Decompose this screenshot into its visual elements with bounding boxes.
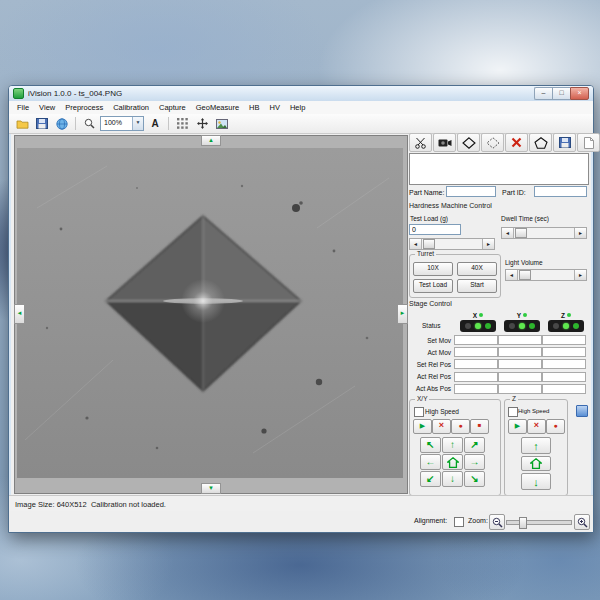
polygon-button[interactable] (529, 133, 552, 152)
close-button[interactable]: × (570, 87, 589, 100)
zoom-in-button[interactable] (574, 514, 590, 530)
z-down-button[interactable]: ↓ (521, 473, 551, 490)
scroll-right-button[interactable]: ► (574, 228, 586, 238)
microscope-image[interactable] (17, 148, 403, 478)
zoom-level-combobox[interactable]: 100% ▼ (100, 116, 144, 131)
z-home-button[interactable] (521, 456, 551, 471)
scroll-left-button[interactable]: ◄ (502, 228, 514, 238)
scroll-right-button[interactable]: ► (574, 270, 586, 280)
save-button[interactable] (33, 116, 51, 132)
scroll-track[interactable] (422, 239, 482, 249)
maximize-button[interactable]: □ (552, 87, 570, 100)
y-value-cell[interactable] (498, 384, 542, 394)
y-value-cell[interactable] (498, 372, 542, 382)
z-up-button[interactable]: ↑ (521, 437, 551, 454)
zoom-slider-thumb[interactable] (519, 517, 527, 529)
delete-button[interactable] (505, 133, 528, 152)
scroll-thumb[interactable] (519, 270, 531, 280)
z-value-cell[interactable] (542, 335, 586, 345)
measurement-results-list[interactable] (409, 153, 589, 185)
scroll-left-button[interactable]: ◄ (506, 270, 518, 280)
z-value-cell[interactable] (542, 384, 586, 394)
move-up-right-button[interactable]: ↗ (464, 437, 485, 453)
pan-down-button[interactable]: ▼ (201, 483, 221, 494)
y-value-cell[interactable] (498, 347, 542, 357)
menu-preprocess[interactable]: Preprocess (60, 103, 108, 112)
objective-10x-button[interactable]: 10X (413, 262, 453, 276)
measure-indent-button[interactable] (457, 133, 480, 152)
xy-halt-button[interactable]: ■ (470, 419, 489, 434)
xy-record-button[interactable]: ● (451, 419, 470, 434)
menu-calibration[interactable]: Calibration (108, 103, 154, 112)
menu-geomeasure[interactable]: GeoMeasure (191, 103, 244, 112)
text-tool-button[interactable]: A (146, 116, 164, 132)
scroll-thumb[interactable] (423, 239, 435, 249)
pan-tool-button[interactable] (193, 116, 211, 132)
zoom-out-button[interactable] (489, 514, 505, 530)
menu-capture[interactable]: Capture (154, 103, 191, 112)
web-button[interactable] (53, 116, 71, 132)
z-value-cell[interactable] (542, 347, 586, 357)
x-value-cell[interactable] (454, 372, 498, 382)
menu-help[interactable]: Help (285, 103, 310, 112)
part-id-input[interactable] (534, 186, 587, 197)
x-value-cell[interactable] (454, 384, 498, 394)
z-stop-button[interactable]: × (527, 419, 546, 434)
x-value-cell[interactable] (454, 335, 498, 345)
pan-right-button[interactable]: ► (397, 304, 408, 324)
z-record-button[interactable]: ● (546, 419, 565, 434)
scroll-left-button[interactable]: ◄ (410, 239, 422, 249)
home-xy-button[interactable] (442, 454, 463, 470)
menu-hv[interactable]: HV (264, 103, 284, 112)
x-value-cell[interactable] (454, 359, 498, 369)
test-load-input[interactable] (409, 224, 461, 235)
title-bar[interactable]: iVision 1.0.0 - ts_004.PNG – □ × (9, 86, 593, 101)
start-button[interactable]: Start (457, 279, 497, 293)
z-group-label: Z (510, 395, 518, 402)
open-file-button[interactable] (13, 116, 31, 132)
scroll-track[interactable] (518, 270, 574, 280)
objective-40x-button[interactable]: 40X (457, 262, 497, 276)
move-left-button[interactable]: ← (420, 454, 441, 470)
zoom-tool-button[interactable] (80, 116, 98, 132)
xy-play-button[interactable]: ▶ (413, 419, 432, 434)
move-down-right-button[interactable]: ↘ (464, 471, 485, 487)
cut-button[interactable] (409, 133, 432, 152)
test-load-button[interactable]: Test Load (413, 279, 453, 293)
pan-up-button[interactable]: ▲ (201, 135, 221, 146)
menu-view[interactable]: View (34, 103, 60, 112)
xy-stop-button[interactable]: × (432, 419, 451, 434)
chevron-down-icon[interactable]: ▼ (132, 117, 143, 130)
pan-left-button[interactable]: ◄ (14, 304, 25, 324)
alignment-checkbox[interactable] (454, 517, 464, 527)
y-value-cell[interactable] (498, 335, 542, 345)
menu-hb[interactable]: HB (244, 103, 264, 112)
new-page-button[interactable] (577, 133, 600, 152)
zoom-slider-track[interactable] (506, 520, 572, 525)
save-result-button[interactable] (553, 133, 576, 152)
capture-button[interactable] (433, 133, 456, 152)
move-up-left-button[interactable]: ↖ (420, 437, 441, 453)
move-down-left-button[interactable]: ↙ (420, 471, 441, 487)
z-play-button[interactable]: ▶ (508, 419, 527, 434)
image-button[interactable] (213, 116, 231, 132)
scroll-track[interactable] (514, 228, 574, 238)
scroll-thumb[interactable] (515, 228, 527, 238)
xy-high-speed-checkbox[interactable] (414, 407, 424, 417)
z-value-cell[interactable] (542, 372, 586, 382)
auto-measure-button[interactable] (481, 133, 504, 152)
minimize-button[interactable]: – (534, 87, 552, 100)
x-value-cell[interactable] (454, 347, 498, 357)
grid-button[interactable] (173, 116, 191, 132)
menu-file[interactable]: File (12, 103, 34, 112)
z-high-speed-checkbox[interactable] (508, 407, 518, 417)
x-status-leds (460, 320, 496, 332)
move-right-button[interactable]: → (464, 454, 485, 470)
z-value-cell[interactable] (542, 359, 586, 369)
tool-icon[interactable] (576, 405, 588, 417)
y-value-cell[interactable] (498, 359, 542, 369)
part-name-input[interactable] (446, 186, 496, 197)
scroll-right-button[interactable]: ► (482, 239, 494, 249)
move-up-button[interactable]: ↑ (442, 437, 463, 453)
move-down-button[interactable]: ↓ (442, 471, 463, 487)
